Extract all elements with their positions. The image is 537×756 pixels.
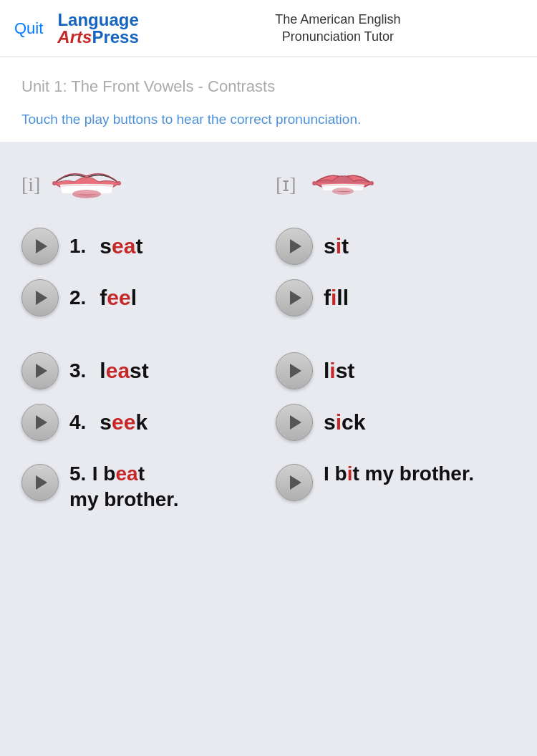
word-sick: sick bbox=[324, 410, 365, 435]
word-bit: I bit my brother. bbox=[324, 461, 474, 487]
logo-area: Language Arts Press The American English… bbox=[57, 11, 523, 46]
word-row-4: 4. seek sick bbox=[14, 397, 523, 448]
app-subtitle: The American English Pronunciation Tutor bbox=[153, 11, 523, 45]
right-word-5: I bit my brother. bbox=[268, 448, 523, 520]
phoneme-headers: [i] bbox=[14, 156, 523, 220]
right-word-4: sick bbox=[268, 397, 523, 448]
word-row-left-1: 1. seat bbox=[14, 220, 268, 272]
word-row-right-2: fill bbox=[268, 272, 523, 324]
word-seek: seek bbox=[100, 410, 147, 435]
word-num-4: 4. bbox=[69, 411, 86, 434]
play-button-beat[interactable] bbox=[21, 464, 59, 501]
word-row-3: 3. least list bbox=[14, 345, 523, 397]
svg-point-0 bbox=[72, 190, 101, 198]
left-word-2: 2. feel bbox=[14, 272, 268, 324]
word-row-left-5: 5. I beatmy brother. bbox=[14, 448, 268, 520]
right-word-1: sit bbox=[268, 220, 523, 272]
logo-language: Language bbox=[57, 11, 138, 29]
word-row-left-2: 2. feel bbox=[14, 272, 268, 324]
svg-point-5 bbox=[369, 181, 374, 185]
play-button-list[interactable] bbox=[276, 352, 313, 389]
word-list: list bbox=[324, 358, 354, 384]
unit-title: Unit 1: The Front Vowels - Contrasts bbox=[0, 57, 537, 103]
svg-point-4 bbox=[312, 181, 316, 185]
instruction-text: Touch the play buttons to hear the corre… bbox=[0, 103, 537, 142]
play-button-sick[interactable] bbox=[276, 404, 313, 441]
right-phoneme-header: [ɪ] bbox=[268, 156, 523, 220]
word-row-left-4: 4. seek bbox=[14, 397, 268, 448]
logo: Language Arts Press bbox=[57, 11, 138, 46]
left-word-5: 5. I beatmy brother. bbox=[14, 448, 268, 520]
left-lips-image bbox=[47, 156, 119, 213]
left-phoneme-header: [i] bbox=[14, 156, 268, 220]
word-least: least bbox=[100, 358, 148, 384]
word-num-1: 1. bbox=[69, 235, 86, 258]
word-feel: feel bbox=[100, 285, 137, 311]
app-header: Quit Language Arts Press The American En… bbox=[0, 0, 537, 57]
play-button-fill[interactable] bbox=[276, 279, 313, 316]
section-divider bbox=[14, 324, 523, 345]
word-row-right-1: sit bbox=[268, 220, 523, 272]
left-column: [i] bbox=[14, 156, 268, 220]
word-row-right-4: sick bbox=[268, 397, 523, 448]
word-row-right-5: I bit my brother. bbox=[268, 448, 523, 508]
svg-point-2 bbox=[117, 181, 121, 185]
word-row-5: 5. I beatmy brother. I bit my brother. bbox=[14, 448, 523, 520]
word-row-left-3: 3. least bbox=[14, 345, 268, 397]
play-button-least[interactable] bbox=[21, 352, 59, 389]
right-phoneme-symbol: [ɪ] bbox=[276, 175, 296, 195]
right-word-3: list bbox=[268, 345, 523, 397]
left-word-4: 4. seek bbox=[14, 397, 268, 448]
logo-arts: Arts bbox=[57, 29, 92, 46]
right-column: [ɪ] bbox=[268, 156, 523, 220]
play-button-feel[interactable] bbox=[21, 279, 59, 316]
svg-point-3 bbox=[332, 188, 354, 195]
word-sit: sit bbox=[324, 233, 349, 259]
svg-point-1 bbox=[52, 181, 57, 185]
word-row-2: 2. feel fill bbox=[14, 272, 523, 324]
logo-press: Press bbox=[92, 29, 138, 46]
right-word-2: fill bbox=[268, 272, 523, 324]
play-button-seat[interactable] bbox=[21, 228, 59, 265]
word-num-5: 5. bbox=[69, 462, 86, 485]
play-button-seek[interactable] bbox=[21, 404, 59, 441]
word-fill: fill bbox=[324, 285, 349, 311]
word-num-2: 2. bbox=[69, 286, 86, 309]
left-word-1: 1. seat bbox=[14, 220, 268, 272]
word-seat: seat bbox=[100, 233, 142, 259]
play-button-sit[interactable] bbox=[276, 228, 313, 265]
right-lips-image bbox=[304, 156, 375, 213]
play-button-bit[interactable] bbox=[276, 464, 313, 501]
left-phoneme-symbol: [i] bbox=[21, 175, 40, 195]
word-row-1: 1. seat sit bbox=[14, 220, 523, 272]
word-num-3: 3. bbox=[69, 359, 86, 382]
word-row-right-3: list bbox=[268, 345, 523, 397]
quit-button[interactable]: Quit bbox=[14, 19, 43, 38]
content-area: [i] bbox=[0, 142, 537, 756]
left-word-3: 3. least bbox=[14, 345, 268, 397]
